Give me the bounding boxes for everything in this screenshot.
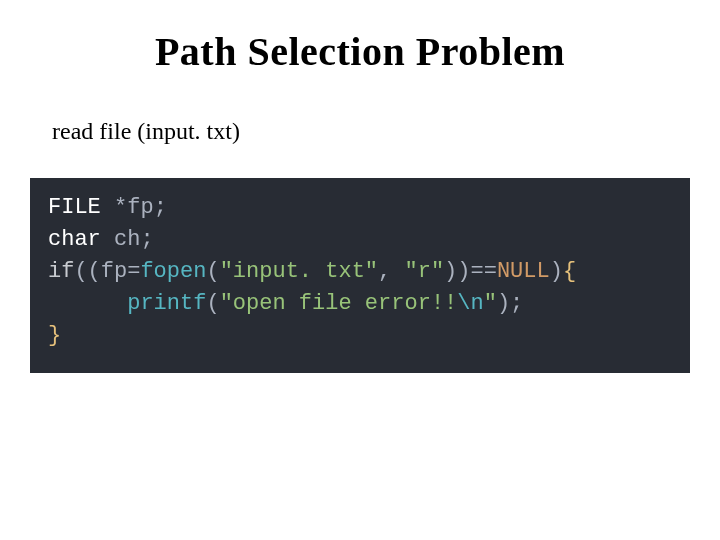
slide: Path Selection Problem read file (input.…: [0, 0, 720, 540]
code-token-ident: fp: [127, 195, 153, 220]
code-token-punct: (: [206, 291, 219, 316]
code-token-string: "input. txt": [220, 259, 378, 284]
code-token-brace: }: [48, 323, 61, 348]
code-token-string: "r": [404, 259, 444, 284]
code-token-brace: {: [563, 259, 576, 284]
code-token-string: "open file error!!: [220, 291, 458, 316]
code-token-escape: \n: [457, 291, 483, 316]
code-token-ident: fp: [101, 259, 127, 284]
code-indent: [48, 291, 127, 316]
code-token-punct: (: [206, 259, 219, 284]
code-token-star: *: [114, 195, 127, 220]
code-token-semi: ;: [154, 195, 167, 220]
code-token-type: FILE: [48, 195, 101, 220]
code-token-punct: ): [550, 259, 563, 284]
code-token-func: printf: [127, 291, 206, 316]
slide-subtitle: read file (input. txt): [52, 118, 240, 145]
code-token-semi: ;: [140, 227, 153, 252]
code-token-ident: ch: [114, 227, 140, 252]
code-token-const: NULL: [497, 259, 550, 284]
code-token-punct: ((: [74, 259, 100, 284]
slide-title: Path Selection Problem: [0, 28, 720, 75]
code-block: FILE *fp; char ch; if((fp=fopen("input. …: [30, 178, 690, 373]
code-token-punct: ,: [378, 259, 404, 284]
code-token-type: char: [48, 227, 101, 252]
code-token-punct: =: [127, 259, 140, 284]
code-token-keyword: if: [48, 259, 74, 284]
code-token-func: fopen: [140, 259, 206, 284]
code-token-string: ": [484, 291, 497, 316]
code-token-punct: );: [497, 291, 523, 316]
code-token-punct: ))==: [444, 259, 497, 284]
